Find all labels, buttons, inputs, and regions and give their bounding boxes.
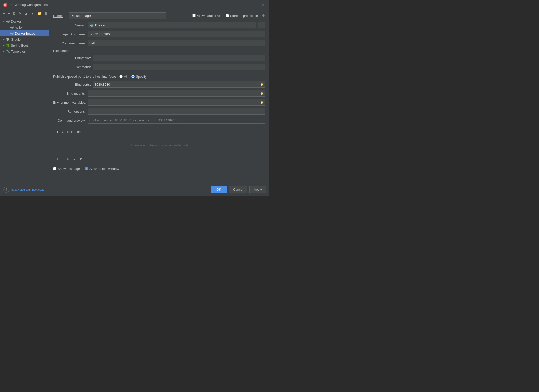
footer: ? https://blog.csdn.net/tt5227 OK Cancel… — [0, 183, 269, 196]
activate-tool-checkbox-label[interactable]: Activate tool window — [85, 167, 119, 171]
before-launch-header[interactable]: ▼ Before launch — [53, 128, 265, 135]
tree-node-gradle[interactable]: ▶ 🐘 Gradle — [0, 36, 49, 42]
before-launch-edit-button[interactable]: ✎ — [65, 156, 70, 162]
env-variables-input[interactable] — [88, 99, 259, 106]
gradle-icon: 🐘 — [6, 37, 10, 41]
bind-mounts-label: Bind mounts: — [53, 92, 86, 95]
allow-parallel-checkbox-label[interactable]: Allow parallel run — [192, 14, 222, 18]
server-select[interactable]: 🐳 Docker ▼ — [88, 22, 256, 28]
title-bar: M Run/Debug Configurations ✕ — [0, 0, 269, 9]
remove-config-button[interactable]: − — [7, 11, 11, 16]
publish-ports-label: Publish exposed ports to the host interf… — [53, 75, 117, 79]
command-preview-field-wrapper: ⤢ — [88, 117, 265, 124]
edit-config-button[interactable]: ✎ — [17, 11, 22, 16]
command-row: Command: ⤢ — [53, 64, 265, 70]
allow-parallel-label: Allow parallel run — [197, 14, 222, 18]
image-id-label: Image ID or name: — [53, 32, 86, 36]
help-button[interactable]: ? — [3, 187, 9, 193]
store-as-project-checkbox[interactable] — [226, 14, 229, 17]
bind-mounts-input[interactable] — [88, 90, 259, 97]
footer-left: ? https://blog.csdn.net/tt5227 — [3, 187, 44, 193]
docker-image-label: Docker Image — [15, 32, 35, 35]
tree-node-hello[interactable]: ▶ 🐳 hello — [0, 24, 49, 30]
entrypoint-row: Entrypoint: ⤢ — [53, 55, 265, 61]
command-preview-expand-button[interactable]: ⤢ — [263, 119, 265, 122]
activate-tool-checkbox[interactable] — [85, 167, 88, 170]
env-variables-browse-button[interactable]: 📁 — [259, 99, 265, 106]
publish-ports-radio-group: All Specify — [119, 75, 147, 79]
before-launch-up-button[interactable]: ▲ — [71, 156, 77, 162]
store-as-project-checkbox-label[interactable]: Store as project file — [226, 14, 258, 18]
entrypoint-expand-button[interactable]: ⤢ — [263, 57, 265, 59]
title-bar-left: M Run/Debug Configurations — [3, 3, 48, 7]
before-launch-empty-text: There are no tasks to run before launch — [131, 143, 188, 147]
app-icon: M — [3, 3, 7, 7]
bind-ports-input-wrapper: 📁 — [93, 81, 265, 88]
specify-radio[interactable] — [131, 75, 135, 78]
run-options-expand-button[interactable]: ⤢ — [263, 110, 265, 113]
all-radio-text: All — [124, 75, 127, 79]
tree-node-spring-boot[interactable]: ▶ 🌿 Spring Boot — [0, 42, 49, 48]
add-config-button[interactable]: + — [2, 11, 6, 16]
before-launch-section: ▼ Before launch There are no tasks to ru… — [53, 128, 265, 163]
apply-button[interactable]: Apply — [249, 186, 266, 193]
close-button[interactable]: ✕ — [260, 2, 266, 7]
cancel-button[interactable]: Cancel — [229, 186, 247, 193]
gradle-expand-arrow: ▶ — [2, 37, 6, 41]
config-tree: ▼ 🐳 Docker ▶ 🐳 hello ▶ 🐳 Docker Image ▶ — [0, 17, 49, 183]
allow-parallel-checkbox[interactable] — [192, 14, 196, 17]
before-launch-add-button[interactable]: + — [55, 156, 59, 162]
right-panel: Name: Allow parallel run Store as projec… — [49, 9, 269, 183]
before-launch-down-button[interactable]: ▼ — [78, 156, 83, 162]
run-options-row: Run options: ⤢ — [53, 108, 265, 115]
specify-radio-label[interactable]: Specify — [131, 75, 147, 79]
show-page-checkbox-label[interactable]: Show this page — [53, 167, 80, 171]
tree-node-docker[interactable]: ▼ 🐳 Docker — [0, 18, 49, 24]
tree-node-templates[interactable]: ▶ 🔧 Templates — [0, 48, 49, 54]
entrypoint-input[interactable] — [93, 55, 265, 61]
executable-section: Executable Entrypoint: ⤢ Command: ⤢ — [53, 49, 265, 73]
checkboxes-row: Allow parallel run Store as project file… — [192, 14, 265, 18]
show-page-checkbox[interactable] — [53, 167, 56, 170]
command-label: Command: — [58, 65, 91, 69]
container-name-input[interactable] — [88, 40, 265, 46]
dialog-title: Run/Debug Configurations — [9, 3, 48, 7]
sort-button[interactable]: ⇅ — [44, 11, 49, 16]
content-area: + − ⧉ ✎ ▲ ▼ 📁 ⇅ ▼ 🐳 Docker ▶ 🐳 — [0, 9, 269, 183]
name-row: Name: — [53, 12, 166, 19]
container-name-row: Container name: — [53, 40, 265, 46]
spring-boot-label: Spring Boot — [11, 44, 28, 47]
copy-config-button[interactable]: ⧉ — [12, 11, 16, 16]
run-options-field-wrapper: ⤢ — [88, 108, 265, 115]
name-input[interactable] — [69, 12, 166, 19]
hello-docker-icon: 🐳 — [10, 25, 14, 29]
move-up-button[interactable]: ▲ — [23, 11, 29, 16]
before-launch-remove-button[interactable]: − — [60, 156, 64, 162]
publish-ports-row: Publish exposed ports to the host interf… — [53, 75, 265, 79]
folder-button[interactable]: 📁 — [36, 11, 43, 16]
move-down-button[interactable]: ▼ — [30, 11, 35, 16]
bind-mounts-browse-button[interactable]: 📁 — [259, 90, 265, 97]
bind-ports-input[interactable] — [93, 81, 259, 88]
left-panel: + − ⧉ ✎ ▲ ▼ 📁 ⇅ ▼ 🐳 Docker ▶ 🐳 — [0, 9, 49, 183]
bind-mounts-row: Bind mounts: 📁 — [53, 90, 265, 97]
run-options-input[interactable] — [88, 108, 265, 115]
server-select-content: 🐳 Docker — [89, 23, 105, 27]
store-as-project-label: Store as project file — [230, 14, 258, 18]
gear-icon[interactable]: ⚙ — [262, 14, 265, 18]
server-more-button[interactable]: ... — [258, 22, 265, 28]
entrypoint-field-wrapper: ⤢ — [93, 55, 265, 61]
image-id-input[interactable] — [88, 31, 265, 37]
docker-label: Docker — [11, 20, 21, 23]
before-launch-body: There are no tasks to run before launch — [53, 135, 265, 155]
footer-url: https://blog.csdn.net/tt5227 — [11, 188, 44, 191]
bind-ports-browse-button[interactable]: 📁 — [259, 81, 265, 88]
all-radio-label[interactable]: All — [119, 75, 127, 79]
ok-button[interactable]: OK — [211, 186, 227, 193]
before-launch-label: Before launch — [61, 130, 81, 134]
command-input[interactable] — [93, 64, 265, 70]
spring-icon: 🌿 — [6, 43, 10, 47]
all-radio[interactable] — [119, 75, 123, 78]
tree-node-docker-image[interactable]: ▶ 🐳 Docker Image — [0, 30, 49, 36]
command-expand-button[interactable]: ⤢ — [263, 66, 265, 68]
